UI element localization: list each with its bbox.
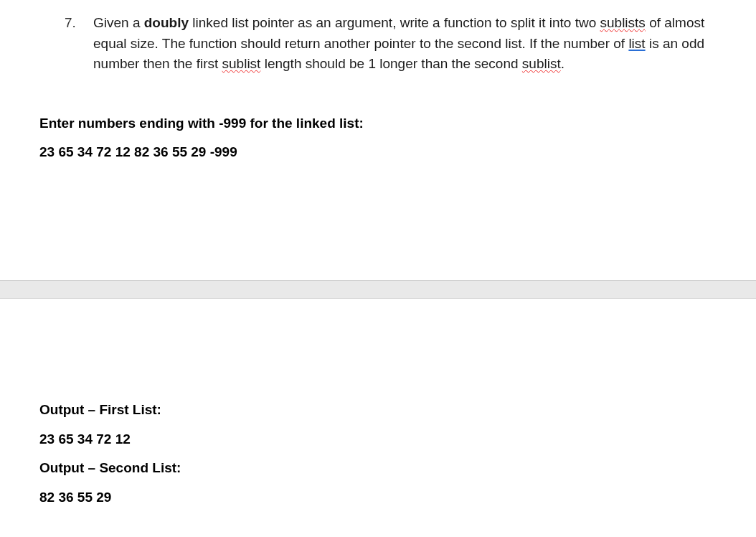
question-part5: length should be 1 longer than the secon… <box>260 56 521 71</box>
output-first-label: Output – First List: <box>39 401 713 420</box>
question-part2: linked list pointer as an argument, writ… <box>189 15 600 30</box>
question-row: 7. Given a doubly linked list pointer as… <box>65 13 713 75</box>
question-block: 7. Given a doubly linked list pointer as… <box>0 0 756 75</box>
grammarcheck-list: list <box>628 36 645 51</box>
spellcheck-sublist-2: sublist <box>522 56 561 71</box>
page-divider <box>0 280 756 299</box>
output-second-label: Output – Second List: <box>39 459 713 478</box>
spellcheck-sublist-1: sublist <box>222 56 261 71</box>
question-text: Given a doubly linked list pointer as an… <box>93 13 713 75</box>
output-second-list: 82 36 55 29 <box>39 488 713 508</box>
output-block: Output – First List: 23 65 34 72 12 Outp… <box>39 401 713 517</box>
question-bold-doubly: doubly <box>144 15 189 30</box>
output-first-list: 23 65 34 72 12 <box>39 430 713 449</box>
question-number: 7. <box>65 13 93 34</box>
spellcheck-sublists: sublists <box>600 15 646 30</box>
question-part6: . <box>561 56 564 71</box>
input-prompt: Enter numbers ending with -999 for the l… <box>39 114 713 134</box>
input-block: Enter numbers ending with -999 for the l… <box>0 114 756 162</box>
question-part1: Given a <box>93 15 144 30</box>
input-values: 23 65 34 72 12 82 36 55 29 -999 <box>39 143 713 162</box>
